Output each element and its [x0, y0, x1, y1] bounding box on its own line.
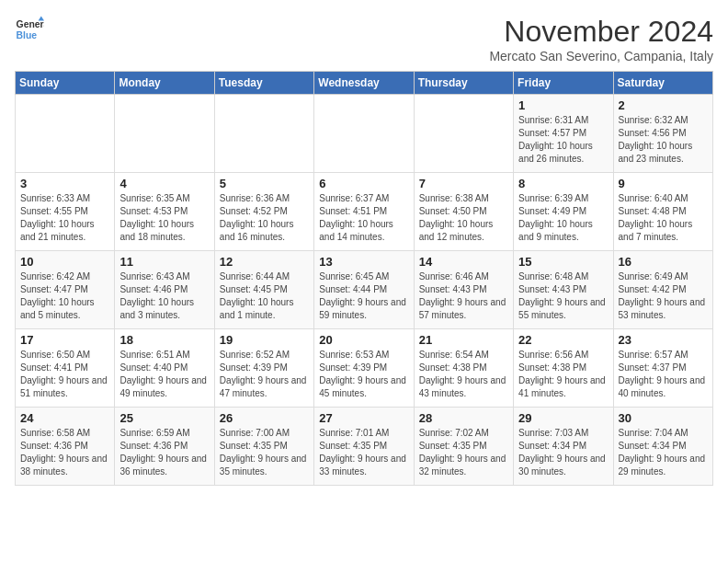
day-info: Sunrise: 6:43 AM Sunset: 4:46 PM Dayligh…	[119, 270, 209, 322]
calendar-cell: 3Sunrise: 6:33 AM Sunset: 4:55 PM Daylig…	[16, 173, 115, 251]
day-number: 29	[518, 411, 608, 425]
day-number: 4	[119, 177, 209, 190]
calendar-cell: 7Sunrise: 6:38 AM Sunset: 4:50 PM Daylig…	[414, 173, 513, 251]
day-info: Sunrise: 6:54 AM Sunset: 4:38 PM Dayligh…	[419, 349, 508, 400]
calendar-cell: 21Sunrise: 6:54 AM Sunset: 4:38 PM Dayli…	[414, 329, 513, 408]
calendar-week-2: 3Sunrise: 6:33 AM Sunset: 4:55 PM Daylig…	[16, 173, 713, 251]
day-info: Sunrise: 6:48 AM Sunset: 4:43 PM Dayligh…	[518, 270, 608, 322]
day-info: Sunrise: 7:00 AM Sunset: 4:35 PM Dayligh…	[220, 427, 309, 478]
day-number: 8	[518, 177, 608, 190]
calendar-cell: 20Sunrise: 6:53 AM Sunset: 4:39 PM Dayli…	[314, 329, 414, 408]
day-number: 5	[220, 177, 309, 190]
calendar-cell	[314, 95, 414, 173]
weekday-header-wednesday: Wednesday	[314, 72, 414, 95]
day-info: Sunrise: 6:53 AM Sunset: 4:39 PM Dayligh…	[319, 349, 408, 400]
day-info: Sunrise: 6:37 AM Sunset: 4:51 PM Dayligh…	[319, 192, 408, 244]
day-number: 16	[619, 255, 708, 269]
calendar-cell: 4Sunrise: 6:35 AM Sunset: 4:53 PM Daylig…	[115, 173, 214, 251]
day-number: 26	[220, 411, 309, 425]
day-number: 27	[319, 411, 408, 425]
weekday-header-thursday: Thursday	[414, 72, 513, 95]
day-info: Sunrise: 6:45 AM Sunset: 4:44 PM Dayligh…	[319, 270, 408, 322]
calendar-cell: 18Sunrise: 6:51 AM Sunset: 4:40 PM Dayli…	[115, 329, 214, 408]
day-number: 23	[619, 333, 708, 347]
day-number: 25	[119, 411, 209, 425]
calendar-cell	[115, 95, 214, 173]
calendar-cell: 15Sunrise: 6:48 AM Sunset: 4:43 PM Dayli…	[514, 251, 613, 329]
day-number: 1	[518, 98, 608, 112]
page-header: General Blue November 2024 Mercato San S…	[15, 15, 713, 63]
svg-text:Blue: Blue	[17, 30, 38, 40]
day-info: Sunrise: 7:02 AM Sunset: 4:35 PM Dayligh…	[419, 427, 508, 478]
calendar-cell: 28Sunrise: 7:02 AM Sunset: 4:35 PM Dayli…	[414, 408, 513, 486]
day-number: 30	[619, 411, 708, 425]
calendar-cell: 6Sunrise: 6:37 AM Sunset: 4:51 PM Daylig…	[314, 173, 414, 251]
calendar-cell: 1Sunrise: 6:31 AM Sunset: 4:57 PM Daylig…	[514, 95, 613, 173]
day-number: 20	[319, 333, 408, 347]
weekday-header-monday: Monday	[115, 72, 214, 95]
calendar-cell: 19Sunrise: 6:52 AM Sunset: 4:39 PM Dayli…	[214, 329, 313, 408]
calendar-cell	[414, 95, 513, 173]
day-info: Sunrise: 6:35 AM Sunset: 4:53 PM Dayligh…	[119, 192, 209, 244]
month-title: November 2024	[489, 15, 713, 49]
day-number: 17	[20, 333, 109, 347]
calendar-cell: 26Sunrise: 7:00 AM Sunset: 4:35 PM Dayli…	[214, 408, 313, 486]
weekday-header-row: SundayMondayTuesdayWednesdayThursdayFrid…	[16, 72, 713, 95]
weekday-header-sunday: Sunday	[16, 72, 115, 95]
day-info: Sunrise: 6:57 AM Sunset: 4:37 PM Dayligh…	[619, 349, 708, 400]
day-number: 13	[319, 255, 408, 269]
day-info: Sunrise: 6:38 AM Sunset: 4:50 PM Dayligh…	[419, 192, 508, 244]
day-number: 2	[619, 98, 708, 112]
day-info: Sunrise: 6:52 AM Sunset: 4:39 PM Dayligh…	[220, 349, 309, 400]
day-info: Sunrise: 6:50 AM Sunset: 4:41 PM Dayligh…	[20, 349, 109, 400]
calendar-table: SundayMondayTuesdayWednesdayThursdayFrid…	[15, 71, 713, 486]
calendar-cell: 29Sunrise: 7:03 AM Sunset: 4:34 PM Dayli…	[514, 408, 613, 486]
calendar-cell: 24Sunrise: 6:58 AM Sunset: 4:36 PM Dayli…	[16, 408, 115, 486]
svg-marker-2	[39, 17, 44, 21]
calendar-cell: 13Sunrise: 6:45 AM Sunset: 4:44 PM Dayli…	[314, 251, 414, 329]
location-subtitle: Mercato San Severino, Campania, Italy	[489, 49, 713, 63]
day-info: Sunrise: 6:49 AM Sunset: 4:42 PM Dayligh…	[619, 270, 708, 322]
day-number: 12	[220, 255, 309, 269]
weekday-header-friday: Friday	[514, 72, 613, 95]
day-number: 18	[119, 333, 209, 347]
calendar-cell: 14Sunrise: 6:46 AM Sunset: 4:43 PM Dayli…	[414, 251, 513, 329]
day-number: 28	[419, 411, 508, 425]
day-number: 3	[20, 177, 109, 190]
day-info: Sunrise: 6:56 AM Sunset: 4:38 PM Dayligh…	[518, 349, 608, 400]
day-info: Sunrise: 6:51 AM Sunset: 4:40 PM Dayligh…	[119, 349, 209, 400]
calendar-cell: 16Sunrise: 6:49 AM Sunset: 4:42 PM Dayli…	[613, 251, 712, 329]
day-info: Sunrise: 6:33 AM Sunset: 4:55 PM Dayligh…	[20, 192, 109, 244]
calendar-cell: 9Sunrise: 6:40 AM Sunset: 4:48 PM Daylig…	[613, 173, 712, 251]
calendar-cell: 11Sunrise: 6:43 AM Sunset: 4:46 PM Dayli…	[115, 251, 214, 329]
day-number: 9	[619, 177, 708, 190]
day-number: 22	[518, 333, 608, 347]
day-info: Sunrise: 7:04 AM Sunset: 4:34 PM Dayligh…	[619, 427, 708, 478]
day-number: 24	[20, 411, 109, 425]
day-number: 19	[220, 333, 309, 347]
calendar-cell: 25Sunrise: 6:59 AM Sunset: 4:36 PM Dayli…	[115, 408, 214, 486]
day-info: Sunrise: 7:03 AM Sunset: 4:34 PM Dayligh…	[518, 427, 608, 478]
day-info: Sunrise: 6:42 AM Sunset: 4:47 PM Dayligh…	[20, 270, 109, 322]
day-number: 15	[518, 255, 608, 269]
calendar-week-4: 17Sunrise: 6:50 AM Sunset: 4:41 PM Dayli…	[16, 329, 713, 408]
calendar-week-5: 24Sunrise: 6:58 AM Sunset: 4:36 PM Dayli…	[16, 408, 713, 486]
day-info: Sunrise: 6:40 AM Sunset: 4:48 PM Dayligh…	[619, 192, 708, 244]
weekday-header-saturday: Saturday	[613, 72, 712, 95]
calendar-week-1: 1Sunrise: 6:31 AM Sunset: 4:57 PM Daylig…	[16, 95, 713, 173]
calendar-cell	[16, 95, 115, 173]
weekday-header-tuesday: Tuesday	[214, 72, 313, 95]
day-info: Sunrise: 6:46 AM Sunset: 4:43 PM Dayligh…	[419, 270, 508, 322]
calendar-cell: 17Sunrise: 6:50 AM Sunset: 4:41 PM Dayli…	[16, 329, 115, 408]
day-info: Sunrise: 6:31 AM Sunset: 4:57 PM Dayligh…	[518, 114, 608, 166]
day-number: 11	[119, 255, 209, 269]
calendar-cell: 27Sunrise: 7:01 AM Sunset: 4:35 PM Dayli…	[314, 408, 414, 486]
calendar-cell: 22Sunrise: 6:56 AM Sunset: 4:38 PM Dayli…	[514, 329, 613, 408]
day-number: 14	[419, 255, 508, 269]
calendar-cell	[214, 95, 313, 173]
logo-icon: General Blue	[15, 15, 44, 44]
day-info: Sunrise: 6:36 AM Sunset: 4:52 PM Dayligh…	[220, 192, 309, 244]
calendar-week-3: 10Sunrise: 6:42 AM Sunset: 4:47 PM Dayli…	[16, 251, 713, 329]
day-number: 7	[419, 177, 508, 190]
calendar-cell: 30Sunrise: 7:04 AM Sunset: 4:34 PM Dayli…	[613, 408, 712, 486]
